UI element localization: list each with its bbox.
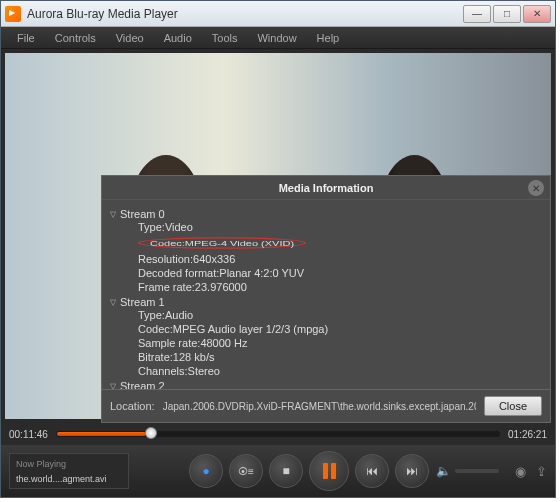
media-information-panel: Media Information ✕ ▽ Stream 0 Type:Vide… xyxy=(101,175,551,423)
menu-audio[interactable]: Audio xyxy=(154,29,202,47)
menu-video[interactable]: Video xyxy=(106,29,154,47)
menu-controls[interactable]: Controls xyxy=(45,29,106,47)
stream-0-resolution: Resolution:640x336 xyxy=(110,252,542,266)
stream-0-frame-rate: Frame rate:23.976000 xyxy=(110,280,542,294)
stop-button[interactable]: ■ xyxy=(269,454,303,488)
menu-window[interactable]: Window xyxy=(247,29,306,47)
next-button[interactable]: ⏭ xyxy=(395,454,429,488)
disc-icon: ● xyxy=(202,464,209,478)
stream-1: ▽ Stream 1 Type:Audio Codec:MPEG Audio l… xyxy=(110,296,542,378)
stream-1-type: Type:Audio xyxy=(110,308,542,322)
stream-0: ▽ Stream 0 Type:Video Codec:MPEG-4 Video… xyxy=(110,208,542,294)
controls-row: Now Playing the.world....agment.avi ● ⦿≡… xyxy=(1,445,555,497)
maximize-button[interactable]: □ xyxy=(493,5,521,23)
time-total: 01:26:21 xyxy=(508,429,547,440)
stream-0-decoded-format: Decoded format:Planar 4:2:0 YUV xyxy=(110,266,542,280)
media-info-body: ▽ Stream 0 Type:Video Codec:MPEG-4 Video… xyxy=(102,200,550,389)
skip-back-icon: ⏮ xyxy=(366,464,378,478)
time-elapsed: 00:11:46 xyxy=(9,429,48,440)
previous-button[interactable]: ⏮ xyxy=(355,454,389,488)
stream-2-label: Stream 2 xyxy=(120,380,165,389)
volume-control: 🔈 xyxy=(436,464,499,478)
playlist-button[interactable]: ⦿≡ xyxy=(229,454,263,488)
disclosure-triangle-icon: ▽ xyxy=(110,298,116,307)
now-playing-box: Now Playing the.world....agment.avi xyxy=(9,453,129,489)
disclosure-triangle-icon: ▽ xyxy=(110,382,116,390)
stream-0-type: Type:Video xyxy=(110,220,542,234)
menu-file[interactable]: File xyxy=(7,29,45,47)
menubar: File Controls Video Audio Tools Window H… xyxy=(1,27,555,49)
video-viewport[interactable]: Media Information ✕ ▽ Stream 0 Type:Vide… xyxy=(5,53,551,419)
pause-button[interactable] xyxy=(309,451,349,491)
media-info-header[interactable]: Media Information ✕ xyxy=(102,176,550,200)
stream-2-head[interactable]: ▽ Stream 2 xyxy=(110,380,542,389)
stream-1-sample-rate: Sample rate:48000 Hz xyxy=(110,336,542,350)
stream-0-label: Stream 0 xyxy=(120,208,165,220)
volume-slider[interactable] xyxy=(455,469,499,473)
media-info-footer: Location: Japan.2006.DVDRip.XviD-FRAGMEN… xyxy=(102,389,550,422)
seek-thumb[interactable] xyxy=(145,427,157,439)
speaker-icon[interactable]: 🔈 xyxy=(436,464,451,478)
titlebar[interactable]: Aurora Blu-ray Media Player — □ ✕ xyxy=(1,1,555,27)
stream-1-channels: Channels:Stereo xyxy=(110,364,542,378)
menu-help[interactable]: Help xyxy=(307,29,350,47)
media-info-close-button[interactable]: Close xyxy=(484,396,542,416)
location-value: Japan.2006.DVDRip.XviD-FRAGMENT\the.worl… xyxy=(163,401,476,412)
location-label: Location: xyxy=(110,400,155,412)
skip-forward-icon: ⏭ xyxy=(406,464,418,478)
stop-icon: ■ xyxy=(282,464,289,478)
stream-1-codec: Codec:MPEG Audio layer 1/2/3 (mpga) xyxy=(110,322,542,336)
app-window: Aurora Blu-ray Media Player — □ ✕ File C… xyxy=(0,0,556,498)
app-icon xyxy=(5,6,21,22)
stream-1-bitrate: Bitrate:128 kb/s xyxy=(110,350,542,364)
stream-1-head[interactable]: ▽ Stream 1 xyxy=(110,296,542,308)
close-button[interactable]: ✕ xyxy=(523,5,551,23)
open-disc-button[interactable]: ● xyxy=(189,454,223,488)
stream-0-head[interactable]: ▽ Stream 0 xyxy=(110,208,542,220)
window-controls: — □ ✕ xyxy=(463,5,551,23)
stream-2: ▽ Stream 2 xyxy=(110,380,542,389)
codec-highlight-annotation: Codec:MPEG-4 Video (XVID) xyxy=(138,237,306,249)
minimize-button[interactable]: — xyxy=(463,5,491,23)
disclosure-triangle-icon: ▽ xyxy=(110,210,116,219)
window-title: Aurora Blu-ray Media Player xyxy=(27,7,463,21)
progress-row: 00:11:46 01:26:21 xyxy=(1,423,555,445)
pause-icon xyxy=(323,463,336,479)
share-button[interactable]: ⇪ xyxy=(536,464,547,479)
seek-bar[interactable] xyxy=(56,431,500,437)
seek-fill xyxy=(57,432,146,436)
right-tool-icons: ◉ ⇪ xyxy=(515,464,547,479)
media-info-close-icon[interactable]: ✕ xyxy=(528,180,544,196)
playlist-icon: ⦿≡ xyxy=(238,466,254,477)
now-playing-file: the.world....agment.avi xyxy=(16,474,122,484)
media-info-title: Media Information xyxy=(279,182,374,194)
now-playing-label: Now Playing xyxy=(16,459,122,469)
snapshot-button[interactable]: ◉ xyxy=(515,464,526,479)
stream-1-label: Stream 1 xyxy=(120,296,165,308)
stream-0-codec: Codec:MPEG-4 Video (XVID) xyxy=(110,234,542,252)
menu-tools[interactable]: Tools xyxy=(202,29,248,47)
